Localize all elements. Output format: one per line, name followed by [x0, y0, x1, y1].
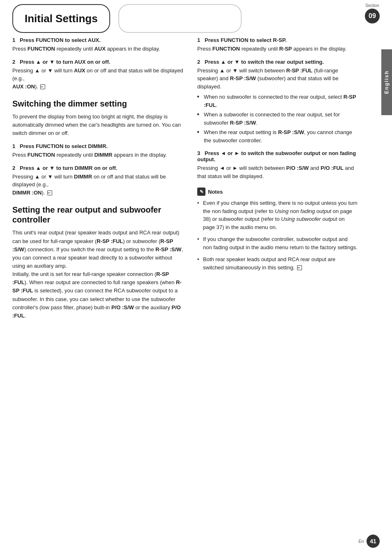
step-3-rsp-heading: 3 Press ◄ or ► to switch the subwoofer o… — [197, 150, 357, 162]
notes-heading: ✎ Notes — [197, 188, 357, 196]
return-icon-2 — [47, 190, 52, 195]
page-footer: En 41 — [359, 535, 380, 548]
rsp-bullet-1: When no subwoofer is connected to the re… — [197, 93, 357, 109]
return-icon — [40, 84, 45, 89]
step-1-aux-heading-text: 1 Press FUNCTION to select AUX. — [12, 37, 101, 43]
step-1-rsp-heading: 1 Press FUNCTION to select R-SP. — [197, 37, 357, 43]
step-1-dimmr-heading-text: 1 Press FUNCTION to select DIMMR. — [12, 143, 108, 149]
language-label: English — [384, 70, 390, 94]
step-1-aux: 1 Press FUNCTION to select AUX. Press FU… — [12, 37, 185, 53]
step-2-dimmr-body: Pressing ▲ or ▼ will turn DIMMR on or of… — [12, 173, 185, 197]
rsp-bullet-2: When a subwoofer is connected to the rea… — [197, 111, 357, 127]
step-2-aux-heading: 2 Press ▲ or ▼ to turn AUX on or off. — [12, 59, 185, 65]
note-3: Both rear speaker leads output and RCA r… — [197, 255, 357, 271]
language-bar: English — [381, 49, 392, 115]
step-2-rsp-heading: 2 Press ▲ or ▼ to switch the rear output… — [197, 59, 357, 65]
main-content: 1 Press FUNCTION to select AUX. Press FU… — [0, 33, 392, 334]
step-2-dimmr-heading-text: 2 Press ▲ or ▼ to turn DIMMR on or off. — [12, 165, 117, 171]
dimmer-section-intro: To prevent the display from being too br… — [12, 113, 185, 137]
step-1-dimmr-body: Press FUNCTION repeatedly until DIMMR ap… — [12, 151, 185, 159]
step-3-rsp-heading-text: 3 Press ◄ or ► to switch the subwoofer o… — [197, 150, 356, 162]
step-1-rsp: 1 Press FUNCTION to select R-SP. Press F… — [197, 37, 357, 53]
rear-output-section-heading: Setting the rear output and subwoofer co… — [12, 205, 185, 225]
notes-list: Even if you change this setting, there i… — [197, 199, 357, 271]
page-number: 41 — [367, 535, 380, 548]
step-2-dimmr-heading: 2 Press ▲ or ▼ to turn DIMMR on or off. — [12, 165, 185, 171]
step-1-aux-heading: 1 Press FUNCTION to select AUX. — [12, 37, 185, 43]
step-1-rsp-heading-text: 1 Press FUNCTION to select R-SP. — [197, 37, 286, 43]
rear-output-section-intro: This unit's rear output (rear speaker le… — [12, 229, 185, 320]
step-2-rsp-body: Pressing ▲ or ▼ will switch between R-SP… — [197, 67, 357, 91]
step-2-aux: 2 Press ▲ or ▼ to turn AUX on or off. Pr… — [12, 59, 185, 91]
right-column: 1 Press FUNCTION to select R-SP. Press F… — [197, 37, 370, 326]
step-3-rsp: 3 Press ◄ or ► to switch the subwoofer o… — [197, 150, 357, 180]
step-3-rsp-body: Pressing ◄ or ► will switch between P/O … — [197, 164, 357, 180]
notes-icon: ✎ — [197, 188, 205, 196]
title-pill: Initial Settings — [12, 4, 110, 33]
step-2-aux-heading-text: 2 Press ▲ or ▼ to turn AUX on or off. — [12, 59, 110, 65]
notes-section: ✎ Notes Even if you change this setting,… — [197, 188, 357, 271]
left-column: 1 Press FUNCTION to select AUX. Press FU… — [12, 37, 185, 326]
note-1: Even if you change this setting, there i… — [197, 199, 357, 231]
step-2-aux-body: Pressing ▲ or ▼ will turn AUX on or off … — [12, 67, 185, 91]
step-1-dimmr-heading: 1 Press FUNCTION to select DIMMR. — [12, 143, 185, 149]
step-2-rsp-heading-text: 2 Press ▲ or ▼ to switch the rear output… — [197, 59, 324, 65]
note-2: If you change the subwoofer controller, … — [197, 235, 357, 251]
section-badge: Section 09 — [365, 3, 380, 23]
dimmer-section-heading: Switching the dimmer setting — [12, 99, 185, 109]
header-center-pill — [118, 4, 242, 33]
return-icon-3 — [297, 265, 302, 270]
footer-en-label: En — [359, 539, 364, 544]
step-1-dimmr: 1 Press FUNCTION to select DIMMR. Press … — [12, 143, 185, 159]
step-1-aux-body: Press FUNCTION repeatedly until AUX appe… — [12, 45, 185, 53]
section-label: Section — [365, 3, 380, 8]
step-1-rsp-body: Press FUNCTION repeatedly until R-SP app… — [197, 45, 357, 53]
page-title: Initial Settings — [25, 12, 98, 25]
step-2-rsp: 2 Press ▲ or ▼ to switch the rear output… — [197, 59, 357, 145]
step-2-dimmr: 2 Press ▲ or ▼ to turn DIMMR on or off. … — [12, 165, 185, 197]
section-number: 09 — [365, 9, 380, 23]
page-header: Initial Settings Section 09 — [0, 0, 392, 33]
rsp-bullet-3: When the rear output setting is R-SP :S/… — [197, 128, 357, 144]
rsp-bullet-list: When no subwoofer is connected to the re… — [197, 93, 357, 144]
notes-label: Notes — [208, 189, 223, 195]
